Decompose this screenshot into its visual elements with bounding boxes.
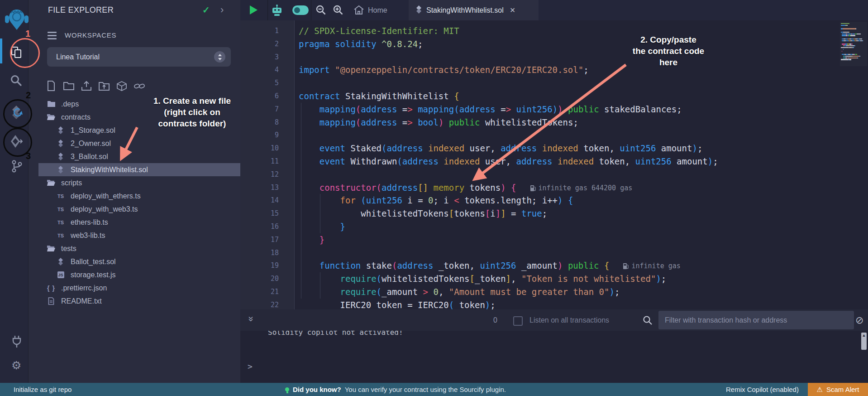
remix-ide-window: ⚙ 1 2 3 FILE EXPLORER ✓ › WORKSPACES Lin…: [0, 0, 868, 396]
line-number: 13: [240, 181, 279, 194]
deploy-and-run-icon[interactable]: [10, 135, 23, 148]
active-plugin-indicator: [0, 39, 2, 63]
copilot-toggle[interactable]: [292, 5, 309, 15]
line-number: 19: [240, 259, 279, 272]
scam-alert-label: Scam Alert: [826, 386, 859, 393]
activity-bar: ⚙ 1 2 3: [0, 0, 28, 383]
terminal-search-icon[interactable]: [643, 315, 653, 327]
line-number: 17: [240, 233, 279, 246]
tree-item-scripts[interactable]: scripts: [29, 176, 240, 189]
line-number: 18: [240, 246, 279, 260]
tree-item-ethers-lib-ts[interactable]: TSethers-lib.ts: [29, 216, 240, 229]
new-folder-icon[interactable]: [63, 81, 74, 92]
zoom-in-icon[interactable]: [333, 5, 343, 15]
tree-item-deploy-with-ethers-ts[interactable]: TSdeploy_with_ethers.ts: [29, 189, 240, 203]
home-icon[interactable]: [353, 5, 364, 15]
gas-estimate-widget: infinite gas 644200 gas: [530, 182, 633, 195]
tree-item-3-ballot-sol[interactable]: 3_Ballot.sol: [29, 150, 240, 163]
zoom-out-icon[interactable]: [316, 5, 326, 15]
ts-icon: TS: [56, 193, 65, 199]
ts-icon: TS: [56, 207, 65, 212]
code-editor[interactable]: 1// SPDX-License-Identifier: MIT2pragma …: [240, 20, 868, 309]
init-git-repo-button[interactable]: Initialize as git repo: [14, 383, 72, 396]
file-explorer-panel: FILE EXPLORER ✓ › WORKSPACES Linea Tutor…: [28, 0, 240, 383]
tree-item-label: storage.test.js: [71, 271, 116, 279]
tab-close-icon[interactable]: ×: [510, 5, 515, 15]
tree-item-web3-lib-ts[interactable]: TSweb3-lib.ts: [29, 229, 240, 242]
code-line-12: 12: [240, 168, 868, 181]
scam-alert-button[interactable]: ⚠ Scam Alert: [808, 383, 868, 396]
tree-item--deps[interactable]: .deps: [29, 97, 240, 111]
code-line-10: 10 event Staked(address indexed user, ad…: [240, 142, 868, 155]
upload-folder-icon[interactable]: [99, 81, 110, 92]
code-text: }: [299, 233, 324, 246]
remix-copilot-status[interactable]: Remix Copilot (enabled): [726, 383, 799, 396]
code-text: import "@openzeppelin/contracts/token/ER…: [299, 63, 589, 77]
terminal-output[interactable]: Solidity copilot not activated! > ▲: [240, 331, 868, 383]
line-number: 10: [240, 142, 279, 155]
status-bar: Initialize as git repo Did you know? You…: [0, 383, 868, 396]
tree-item-label: 1_Storage.sol: [71, 126, 115, 135]
code-text: mapping(address => mapping(address => ui…: [299, 103, 682, 116]
doc-icon: [47, 297, 56, 305]
solidity-icon: [56, 166, 65, 174]
did-you-know-tip: Did you know? You can verify your contra…: [285, 383, 506, 396]
transaction-count: 0: [493, 309, 497, 331]
code-text: // SPDX-License-Identifier: MIT: [299, 24, 459, 38]
tree-item-readme-txt[interactable]: README.txt: [29, 295, 240, 308]
tree-item-label: deploy_with_web3.ts: [71, 205, 138, 213]
tree-item-deploy-with-web3-ts[interactable]: TSdeploy_with_web3.ts: [29, 203, 240, 216]
tree-item-ballot-test-sol[interactable]: Ballot_test.sol: [29, 255, 240, 268]
tree-item-contracts[interactable]: contracts: [29, 111, 240, 124]
copilot-robot-icon[interactable]: [271, 4, 283, 16]
tree-item--prettierrc-json[interactable]: { }.prettierrc.json: [29, 281, 240, 295]
workspaces-menu-icon[interactable]: [48, 32, 57, 41]
tree-item-stakingwithwhitelist-sol[interactable]: StakingWithWhitelist.sol: [38, 163, 240, 176]
workspace-select[interactable]: Linea Tutorial: [47, 47, 231, 67]
line-number: 5: [240, 77, 279, 90]
new-file-icon[interactable]: [46, 81, 57, 92]
search-icon[interactable]: [10, 74, 22, 87]
clear-console-icon[interactable]: ⊘: [855, 309, 863, 331]
terminal-scrollbar[interactable]: ▲: [861, 332, 867, 382]
folder-icon: [47, 101, 56, 107]
transaction-filter-input[interactable]: [658, 311, 854, 329]
upload-file-icon[interactable]: [81, 81, 92, 92]
file-explorer-icon[interactable]: [11, 46, 23, 58]
file-actions-row: [46, 80, 145, 92]
tree-item-label: deploy_with_ethers.ts: [71, 192, 141, 200]
tree-item-label: .deps: [61, 100, 79, 108]
ipfs-cube-icon[interactable]: [116, 81, 127, 92]
tab-staking-with-whitelist[interactable]: StakingWithWhitelist.sol ×: [409, 0, 539, 20]
tree-item-1-storage-sol[interactable]: 1_Storage.sol: [29, 124, 240, 137]
js-icon: JS: [56, 271, 65, 278]
home-tab[interactable]: Home: [368, 0, 387, 20]
scrollbar-thumb[interactable]: ▲: [861, 333, 867, 350]
terminal-expand-icon[interactable]: «: [244, 316, 255, 322]
tree-item-2-owner-sol[interactable]: 2_Owner.sol: [29, 137, 240, 150]
workspace-dropdown-icon[interactable]: [214, 51, 225, 63]
solidity-compiler-icon[interactable]: [10, 105, 23, 120]
git-icon[interactable]: [11, 159, 23, 173]
remix-logo-icon[interactable]: [5, 6, 29, 31]
tree-item-tests[interactable]: tests: [29, 242, 240, 255]
minimap[interactable]: [840, 22, 867, 66]
solidity-icon: [56, 126, 65, 134]
accept-check-icon[interactable]: ✓: [202, 0, 210, 20]
collapse-chevron-icon[interactable]: ›: [220, 0, 224, 19]
link-icon[interactable]: [134, 81, 145, 92]
annotation-badge-2: 2: [26, 90, 31, 101]
listen-all-transactions-checkbox[interactable]: [513, 316, 523, 326]
settings-gear-icon[interactable]: ⚙: [11, 359, 21, 372]
line-number: 15: [240, 207, 279, 220]
terminal-toolbar: « 0 Listen on all transactions ⊘: [240, 309, 868, 331]
tree-item-storage-test-js[interactable]: JSstorage.test.js: [29, 268, 240, 281]
plugin-manager-icon[interactable]: [11, 335, 23, 348]
solidity-icon: [56, 140, 65, 147]
annotation-badge-1: 1: [25, 29, 30, 39]
ts-icon: TS: [56, 233, 65, 238]
run-script-button[interactable]: [250, 5, 258, 14]
code-line-9: 9: [240, 129, 868, 142]
line-number: 11: [240, 155, 279, 168]
tree-item-label: README.txt: [61, 297, 102, 305]
